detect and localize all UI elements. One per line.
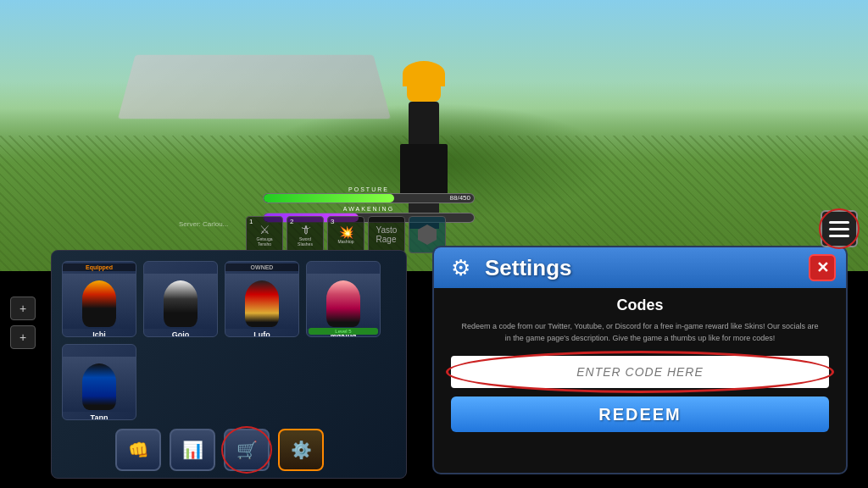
awakening-label: AWAKENING	[263, 206, 475, 212]
player-character	[390, 68, 458, 178]
skill-slot-3[interactable]: 3 💥 Mashtop	[327, 216, 364, 253]
character-card-ichi[interactable]: Equipped Ichi OWNED	[62, 261, 136, 337]
side-button-1[interactable]: +	[10, 297, 36, 320]
skills-row: 1 ⚔ GetsugaTensho 2 🗡 SwordSlashes 3 💥 M…	[246, 216, 446, 253]
skill-slot-1[interactable]: 1 ⚔ GetsugaTensho	[246, 216, 283, 253]
menu-icon-line3	[829, 235, 849, 237]
char-name-tanjiro: Tann	[63, 412, 136, 420]
codes-title: Codes	[451, 297, 829, 314]
hp-text: 88/450	[450, 193, 470, 203]
bottom-toolbar: 👊 📊 🛒 ⚙️	[115, 429, 324, 471]
character-card-tanjiro[interactable]: Tann 🪙 200 ♥ 7	[62, 344, 136, 420]
char-tag-makina: Level 5	[309, 328, 378, 335]
side-button-2[interactable]: +	[10, 325, 36, 349]
redeem-button[interactable]: REDEEM	[451, 396, 829, 432]
char-name-lufo: Lufo	[225, 329, 298, 337]
settings-close-button[interactable]: ✕	[809, 254, 836, 281]
settings-button[interactable]: ⚙️	[278, 429, 324, 471]
codes-description: Redeem a code from our Twitter, Youtube,…	[451, 321, 829, 344]
shop-button[interactable]: 🛒	[224, 429, 270, 471]
settings-gear-icon: ⚙	[446, 253, 475, 282]
code-input-wrapper	[451, 356, 829, 388]
settings-body: Codes Redeem a code from our Twitter, Yo…	[434, 288, 846, 441]
skill-slot-2[interactable]: 2 🗡 SwordSlashes	[287, 216, 324, 253]
road	[118, 55, 391, 119]
character-panel: Equipped Ichi OWNED Gojo 🪙 1000 ♥ 33 OWN…	[51, 250, 407, 479]
char-label-ichi: Equipped	[63, 263, 136, 271]
server-label: Server: Carlou...	[179, 220, 228, 228]
code-input[interactable]	[451, 356, 829, 388]
menu-button[interactable]	[821, 210, 858, 247]
posture-label: POSTURE	[263, 186, 475, 192]
character-card-makina[interactable]: Makina Level 5	[306, 261, 381, 337]
char-name-ichi: Ichi	[63, 329, 136, 337]
character-card-gojo[interactable]: Gojo 🪙 1000 ♥ 33	[143, 261, 218, 337]
settings-panel: ⚙ Settings ✕ Codes Redeem a code from ou…	[432, 246, 848, 474]
menu-icon-line1	[829, 221, 849, 224]
settings-header: ⚙ Settings ✕	[434, 247, 846, 288]
character-card-lufo[interactable]: OWNED Lufo OWNED	[225, 261, 299, 337]
char-name-gojo: Gojo	[144, 329, 217, 337]
settings-title: Settings	[485, 255, 572, 281]
menu-icon-line2	[829, 228, 849, 230]
skill-slot-4[interactable]: YastoRage	[368, 216, 405, 253]
stats-button[interactable]: 📊	[170, 429, 215, 471]
char-label-lufo: OWNED	[225, 263, 298, 271]
fight-button[interactable]: 👊	[115, 429, 161, 471]
left-side-buttons: + +	[10, 297, 36, 349]
characters-grid: Equipped Ichi OWNED Gojo 🪙 1000 ♥ 33 OWN…	[52, 251, 406, 430]
